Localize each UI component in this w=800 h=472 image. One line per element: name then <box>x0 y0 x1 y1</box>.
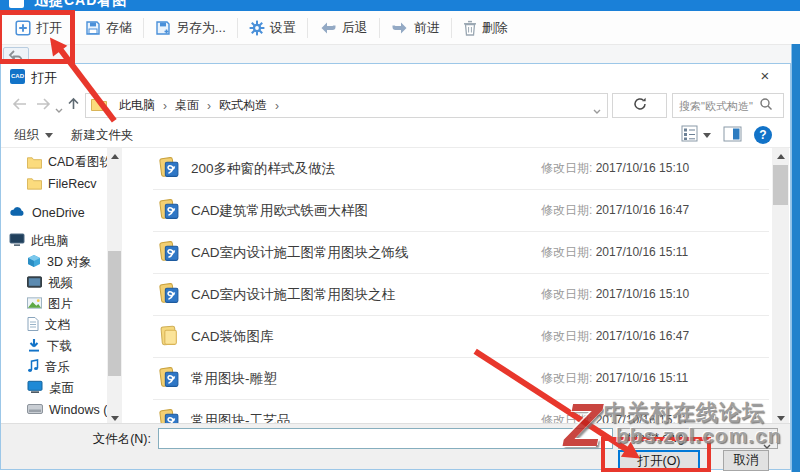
toolbar-divider <box>451 18 452 38</box>
music-icon <box>27 359 39 376</box>
refresh-icon <box>633 97 647 114</box>
sidebar-item-windows-c[interactable]: Windows (C: <box>1 399 107 420</box>
forward-button[interactable]: 前进 <box>382 15 449 41</box>
date-label: 修改日期: <box>541 161 592 175</box>
sidebar-item-downloads[interactable]: 下载 <box>1 336 107 357</box>
open-dialog: CAD 打开 × 此电脑 › 桌面 › 欧式构造 › <box>0 63 791 470</box>
app-toolbar: 打开 存储 另存为... 设置 后退 前进 删除 <box>0 11 800 44</box>
download-icon <box>27 338 41 355</box>
dialog-open-button[interactable]: 打开(O) <box>618 450 700 471</box>
delete-button-label: 删除 <box>482 19 508 37</box>
dialog-navbar: 此电脑 › 桌面 › 欧式构造 › <box>1 89 790 122</box>
date-value: 2017/10/16 15:11 <box>596 371 689 385</box>
sidebar-item-music[interactable]: 音乐 <box>1 357 107 378</box>
save-button[interactable]: 存储 <box>76 15 141 41</box>
search-input[interactable] <box>673 100 759 112</box>
settings-button-label: 设置 <box>270 19 296 37</box>
breadcrumb-separator: › <box>161 99 169 113</box>
help-icon[interactable]: ? <box>754 126 772 144</box>
toolbar-divider <box>143 18 144 38</box>
sidebar-scrollbar[interactable] <box>107 148 122 427</box>
sidebar-item-this-pc[interactable]: 此电脑 <box>1 231 107 252</box>
sidebar-item-filerecv[interactable]: FileRecv <box>1 173 107 194</box>
file-name: CAD装饰图库 <box>191 328 274 346</box>
address-dropdown-icon[interactable] <box>593 103 601 118</box>
sidebar-item-label: 音乐 <box>45 359 70 376</box>
file-row[interactable]: CAD室内设计施工图常用图块之柱 修改日期: 2017/10/16 15:10 <box>153 274 769 316</box>
open-button-label: 打开 <box>36 19 62 37</box>
save-as-button-label: 另存为... <box>176 19 226 37</box>
dwg-file-icon <box>157 198 181 224</box>
sidebar-item-label: 文档 <box>45 317 70 334</box>
breadcrumb-this-pc[interactable]: 此电脑 <box>113 97 161 114</box>
sidebar-item-label: 3D 对象 <box>47 254 91 271</box>
file-row[interactable]: CAD室内设计施工图常用图块之饰线 修改日期: 2017/10/16 15:11 <box>153 232 769 274</box>
app-canvas-edge <box>791 44 800 472</box>
folder-icon <box>157 324 181 350</box>
sidebar-item-documents[interactable]: 文档 <box>1 315 107 336</box>
dialog-cancel-button[interactable]: 取消 <box>723 450 769 471</box>
address-bar[interactable]: 此电脑 › 桌面 › 欧式构造 › <box>85 93 608 118</box>
file-name: 200多种窗的样式及做法 <box>191 160 335 178</box>
sidebar-item-3d-objects[interactable]: 3D 对象 <box>1 252 107 273</box>
file-row[interactable]: CAD装饰图库 修改日期: 2017/10/16 16:47 <box>153 316 769 358</box>
app-title: 迅捷CAD看图 <box>34 0 127 10</box>
delete-button[interactable]: 删除 <box>454 15 517 41</box>
change-view-button[interactable] <box>681 125 711 145</box>
sidebar-item-onedrive[interactable]: OneDrive <box>1 202 107 223</box>
plus-icon <box>15 20 31 36</box>
nav-forward-icon[interactable] <box>35 97 52 114</box>
breadcrumb-folder[interactable]: 欧式构造 <box>213 97 273 114</box>
back-button[interactable]: 后退 <box>310 15 377 41</box>
app-titlebar: 迅捷CAD看图 <box>0 0 800 11</box>
sidebar-item-pictures[interactable]: 图片 <box>1 294 107 315</box>
sidebar-item-desktop[interactable]: 桌面 <box>1 378 107 399</box>
open-button[interactable]: 打开 <box>6 15 71 41</box>
close-icon[interactable]: × <box>754 66 776 86</box>
search-box <box>672 93 784 118</box>
file-row[interactable]: 200多种窗的样式及做法 修改日期: 2017/10/16 15:10 <box>153 148 769 190</box>
dialog-body: CAD看图软件 FileRecv OneDrive 此电脑 3D 对象 视频 图… <box>1 148 790 427</box>
preview-pane-button[interactable] <box>723 126 742 145</box>
sidebar-item-label: 图片 <box>48 296 73 313</box>
gear-icon <box>249 20 265 36</box>
toolbar-divider <box>73 18 74 38</box>
settings-button[interactable]: 设置 <box>240 15 305 41</box>
dwg-file-icon <box>157 282 181 308</box>
file-list-scrollbar[interactable] <box>772 148 789 427</box>
dialog-commandbar: 组织 新建文件夹 ? <box>1 122 790 148</box>
scrollbar-thumb[interactable] <box>108 251 121 376</box>
nav-back-icon[interactable] <box>11 97 28 114</box>
new-folder-button[interactable]: 新建文件夹 <box>71 127 134 144</box>
save-as-button[interactable]: 另存为... <box>146 15 235 41</box>
file-date: 修改日期: 2017/10/16 15:10 <box>541 286 689 303</box>
file-row[interactable]: CAD建筑常用欧式铁画大样图 修改日期: 2017/10/16 16:47 <box>153 190 769 232</box>
nav-up-icon[interactable] <box>66 96 81 114</box>
app-logo-icon <box>9 0 24 8</box>
search-icon[interactable] <box>759 97 773 114</box>
breadcrumb-separator: › <box>273 99 281 113</box>
arrow-forward-icon <box>391 21 409 35</box>
file-row[interactable]: 常用图块-雕塑 修改日期: 2017/10/16 15:11 <box>153 358 769 400</box>
date-label: 修改日期: <box>541 203 592 217</box>
file-name: CAD室内设计施工图常用图块之柱 <box>191 286 395 304</box>
organize-button[interactable]: 组织 <box>14 127 53 144</box>
nav-sidebar: CAD看图软件 FileRecv OneDrive 此电脑 3D 对象 视频 图… <box>1 148 107 427</box>
breadcrumb-desktop[interactable]: 桌面 <box>169 97 205 114</box>
document-icon <box>27 317 39 334</box>
file-date: 修改日期: 2017/10/16 15:10 <box>541 160 689 177</box>
file-date: 修改日期: 2017/10/16 16:47 <box>541 328 689 345</box>
scroll-up-icon[interactable] <box>107 149 122 164</box>
filetype-dropdown[interactable]: *.dxf;*.dwg <box>618 428 778 449</box>
sidebar-item-cad-folder[interactable]: CAD看图软件 <box>1 152 107 173</box>
sidebar-item-videos[interactable]: 视频 <box>1 273 107 294</box>
organize-label: 组织 <box>14 127 39 144</box>
date-label: 修改日期: <box>541 245 592 259</box>
sidebar-item-label: 视频 <box>48 275 73 292</box>
filename-input[interactable] <box>158 428 613 449</box>
scrollbar-thumb[interactable] <box>773 165 788 205</box>
nav-history-chevron-icon[interactable] <box>55 102 63 117</box>
refresh-button[interactable] <box>612 93 667 118</box>
dwg-file-icon <box>157 366 181 392</box>
scroll-up-icon[interactable] <box>772 149 789 164</box>
